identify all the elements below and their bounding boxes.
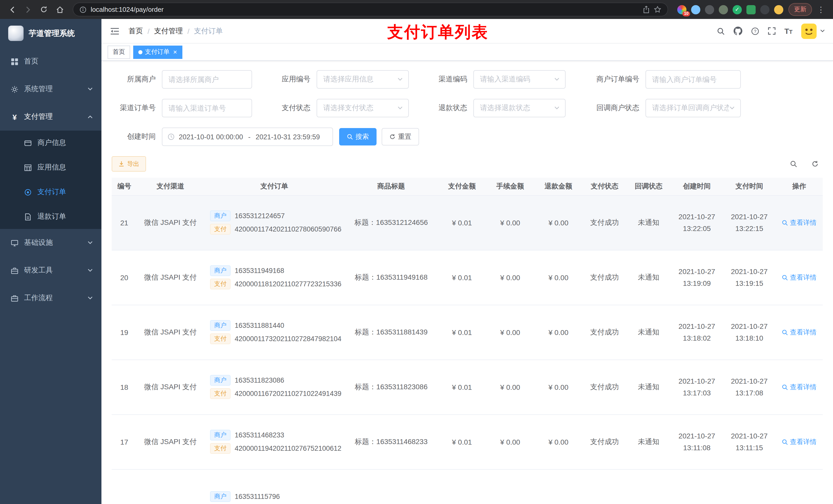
breadcrumb-home[interactable]: 首页	[128, 26, 143, 35]
merchant-tag: 商户	[210, 430, 231, 440]
channel-code-select[interactable]: 请输入渠道编码	[473, 70, 566, 89]
tab-pay-order[interactable]: 支付订单 ×	[133, 45, 182, 58]
card-icon	[24, 139, 32, 147]
hamburger-icon[interactable]	[109, 27, 123, 35]
sidebar-item-label: 首页	[24, 57, 39, 66]
create-time-range-picker[interactable]: 2021-10-01 00:00:00 - 2021-10-31 23:59:5…	[162, 127, 333, 146]
dashboard-icon	[10, 57, 19, 65]
merchant-tag: 商户	[210, 265, 231, 276]
table-row: 17 微信 JSAPI 支付 商户1635311468233 支付4200001…	[112, 414, 823, 469]
forward-icon[interactable]	[21, 3, 35, 16]
col-actions: 操作	[776, 178, 823, 195]
user-avatar[interactable]	[801, 23, 825, 39]
grid-icon	[24, 164, 32, 171]
sidebar-item-workflow[interactable]: 工作流程	[0, 284, 101, 312]
close-icon[interactable]: ×	[172, 49, 177, 55]
cell-notify: 未通知	[626, 414, 671, 469]
share-icon[interactable]	[643, 6, 649, 13]
pay-status-select[interactable]: 请选择支付状态	[317, 99, 409, 117]
pay-tag: 支付	[210, 224, 231, 235]
view-detail-link[interactable]: 查看详情	[782, 328, 817, 337]
search-icon[interactable]	[717, 27, 725, 35]
table-row: 20 微信 JSAPI 支付 商户1635311949168 支付4200001…	[112, 250, 823, 305]
cell-create-time: 2021-10-2713:22:05	[671, 195, 723, 250]
monitor-icon	[10, 239, 19, 247]
chevron-down-icon	[554, 76, 560, 82]
merchant-input[interactable]	[162, 70, 252, 89]
breadcrumb-separator: /	[188, 27, 190, 35]
extension-icon[interactable]	[691, 5, 700, 14]
reset-button[interactable]: 重置	[382, 128, 419, 145]
app-select[interactable]: 请选择应用信息	[317, 70, 409, 89]
col-notify: 回调状态	[626, 178, 671, 195]
filter-label: 支付状态	[275, 103, 317, 113]
merchant-order-no-input[interactable]	[645, 70, 741, 89]
filter-label: 渠道订单号	[112, 103, 162, 113]
back-icon[interactable]	[5, 3, 19, 16]
view-detail-link[interactable]: 查看详情	[782, 382, 817, 391]
search-icon	[782, 439, 788, 445]
cell-title: 标题：1635311881439	[344, 305, 438, 360]
svg-text:?: ?	[754, 29, 756, 33]
cell-notify: 未通知	[626, 360, 671, 414]
search-button[interactable]: 搜索	[339, 128, 377, 145]
fullscreen-icon[interactable]	[768, 27, 776, 35]
help-icon[interactable]: ?	[751, 27, 759, 35]
font-size-icon[interactable]: TT	[784, 27, 792, 35]
callback-status-select[interactable]: 请选择订单回调商户状态	[645, 99, 741, 117]
sidebar-item-infrastructure[interactable]: 基础设施	[0, 229, 101, 257]
table-row: 21 微信 JSAPI 支付 商户1635312124657 支付4200001…	[112, 195, 823, 250]
browser-menu-icon[interactable]: ⋮	[814, 5, 828, 14]
sidebar-item-dev-tools[interactable]: 研发工具	[0, 257, 101, 284]
yen-icon: ¥	[10, 113, 19, 121]
chevron-up-icon	[87, 114, 93, 120]
extension-icon[interactable]: 10	[677, 5, 687, 14]
channel-order-no-input[interactable]	[162, 99, 252, 117]
cell-refund: ¥ 0.00	[534, 250, 582, 305]
url-bar[interactable]: localhost:1024/pay/order	[73, 3, 668, 16]
sidebar-item-refund-order[interactable]: 退款订单	[0, 205, 101, 229]
extension-icon[interactable]	[746, 5, 756, 14]
reload-icon[interactable]	[37, 3, 51, 16]
chevron-down-icon	[87, 86, 93, 92]
sidebar-item-app-info[interactable]: 应用信息	[0, 155, 101, 180]
app-logo[interactable]: 芋道管理系统	[0, 19, 101, 48]
sidebar-item-system[interactable]: 系统管理	[0, 75, 101, 103]
tab-home[interactable]: 首页	[108, 45, 130, 58]
cell-pay-time	[723, 469, 776, 504]
extension-icon[interactable]	[719, 5, 728, 14]
cell-amount: ¥ 0.01	[438, 305, 486, 360]
table-header-row: 编号 支付渠道 支付订单 商品标题 支付金额 手续金额 退款金额 支付状态 回调…	[112, 178, 823, 195]
view-detail-link[interactable]: 查看详情	[782, 273, 817, 282]
cell-amount	[438, 469, 486, 504]
home-icon[interactable]	[53, 3, 67, 16]
browser-update-button[interactable]: 更新	[788, 3, 812, 16]
cell-refund: ¥ 0.00	[534, 360, 582, 414]
refresh-table-icon[interactable]	[807, 156, 823, 172]
github-icon[interactable]	[734, 27, 742, 35]
export-button[interactable]: 导出	[112, 156, 146, 172]
view-detail-link[interactable]: 查看详情	[782, 218, 817, 227]
sidebar: 芋道管理系统 首页 系统管理 ¥ 支付管理 商户信息	[0, 19, 101, 504]
site-info-icon[interactable]	[79, 6, 87, 13]
toggle-search-icon[interactable]	[786, 156, 801, 172]
view-detail-link[interactable]: 查看详情	[782, 437, 817, 447]
bookmark-star-icon[interactable]	[654, 6, 661, 13]
breadcrumb-payment[interactable]: 支付管理	[154, 26, 183, 35]
extension-icon[interactable]	[760, 5, 769, 14]
extensions-strip: 10 ✓	[674, 5, 786, 14]
sidebar-item-merchant-info[interactable]: 商户信息	[0, 130, 101, 155]
extension-icon[interactable]	[774, 5, 783, 14]
refund-status-select[interactable]: 请选择退款状态	[473, 99, 566, 117]
cell-order: 商户1635311823086 支付4200001167202110271022…	[204, 360, 344, 414]
extension-badge: 10	[682, 11, 690, 16]
cell-title: 标题：1635312124656	[344, 195, 438, 250]
cell-notify: 未通知	[626, 305, 671, 360]
cell-order: 商户1635311468233 支付4200001194202110276752…	[204, 414, 344, 469]
extension-icon[interactable]	[705, 5, 714, 14]
sidebar-item-home[interactable]: 首页	[0, 48, 101, 75]
sidebar-item-payment[interactable]: ¥ 支付管理	[0, 103, 101, 130]
cell-order: 商户1635311949168 支付4200001181202110277723…	[204, 250, 344, 305]
sidebar-item-pay-order[interactable]: 支付订单	[0, 180, 101, 205]
extension-icon[interactable]: ✓	[733, 5, 742, 14]
